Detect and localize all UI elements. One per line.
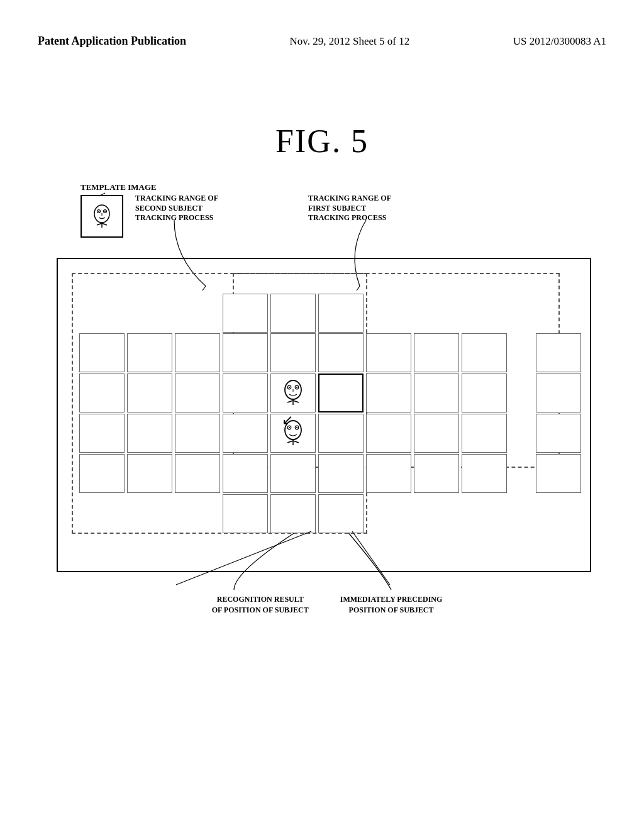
- pointer-indicator: ↙: [282, 412, 293, 428]
- grid-cell: [175, 374, 220, 412]
- svg-point-3: [98, 211, 99, 212]
- grid-cell: [536, 414, 581, 453]
- grid-cell: [223, 333, 268, 372]
- grid-cell: [366, 374, 411, 412]
- grid-cell: [414, 414, 459, 453]
- grid-cell: [223, 374, 268, 412]
- grid-cell: [536, 374, 581, 412]
- bottom-labels-area: RECOGNITION RESULTOF POSITION OF SUBJECT…: [57, 585, 597, 616]
- svg-line-30: [293, 441, 299, 443]
- svg-point-16: [289, 387, 290, 388]
- svg-line-7: [97, 223, 102, 225]
- svg-line-21: [287, 401, 293, 402]
- grid-cell: [270, 494, 316, 533]
- svg-point-27: [296, 427, 297, 428]
- grid-cell: [462, 414, 507, 453]
- tracking-range-second-label: TRACKING RANGE OFSECOND SUBJECTTRACKING …: [135, 194, 218, 223]
- grid-cell: [175, 333, 220, 372]
- grid-cell: [462, 454, 507, 493]
- template-face-icon: [88, 202, 116, 230]
- grid-cell: [127, 414, 172, 453]
- grid-cell: [366, 333, 411, 372]
- grid-cell: [366, 454, 411, 493]
- preceding-position-cell: [318, 374, 364, 412]
- grid-cell: [127, 454, 172, 493]
- template-image-label: TEMPLATE IMAGE: [80, 182, 157, 192]
- patent-number-label: US 2012/0300083 A1: [513, 35, 606, 48]
- grid-cell: [318, 333, 364, 372]
- second-face-cell: [270, 414, 316, 453]
- svg-line-29: [287, 441, 293, 443]
- grid-cell: [366, 414, 411, 453]
- grid-cell: [127, 333, 172, 372]
- page-header: Patent Application Publication Nov. 29, …: [0, 35, 644, 48]
- publication-label: Patent Application Publication: [38, 35, 186, 48]
- grid-cell: [462, 333, 507, 372]
- main-image-area: ↙: [57, 258, 591, 572]
- bottom-arrows-svg: [57, 585, 597, 622]
- grid-cell: [79, 414, 125, 453]
- svg-point-18: [296, 387, 297, 388]
- svg-line-22: [293, 401, 299, 402]
- grid-cell: [536, 333, 581, 372]
- grid-cell: [223, 454, 268, 493]
- recognition-result-cell: [270, 374, 316, 412]
- svg-line-8: [102, 223, 107, 225]
- grid-cell: [536, 454, 581, 493]
- grid-cell: [270, 294, 316, 333]
- grid-cell: [318, 294, 364, 333]
- template-image-box: [80, 195, 123, 238]
- grid-cell: [414, 333, 459, 372]
- grid-cell: [223, 494, 268, 533]
- grid-cell: [462, 374, 507, 412]
- grid-cell: [175, 454, 220, 493]
- grid-cell: [318, 494, 364, 533]
- grid-cell: [270, 333, 316, 372]
- grid-cell: [127, 374, 172, 412]
- grid-cell: [79, 374, 125, 412]
- grid-cell: [318, 414, 364, 453]
- tracking-range-first-label: TRACKING RANGE OFFIRST SUBJECTTRACKING P…: [308, 194, 391, 223]
- grid-cell: [414, 454, 459, 493]
- grid-cell: [79, 333, 125, 372]
- grid-cell: [318, 454, 364, 493]
- grid-cell: [270, 454, 316, 493]
- grid-cell: [79, 454, 125, 493]
- grid-cell: [223, 294, 268, 333]
- svg-point-4: [104, 211, 106, 212]
- grid-cell: [414, 374, 459, 412]
- recognition-face-icon: [277, 377, 309, 409]
- grid-cell: [175, 414, 220, 453]
- grid-cell: [223, 414, 268, 453]
- figure-title: FIG. 5: [275, 123, 369, 160]
- date-sheet-label: Nov. 29, 2012 Sheet 5 of 12: [290, 35, 410, 48]
